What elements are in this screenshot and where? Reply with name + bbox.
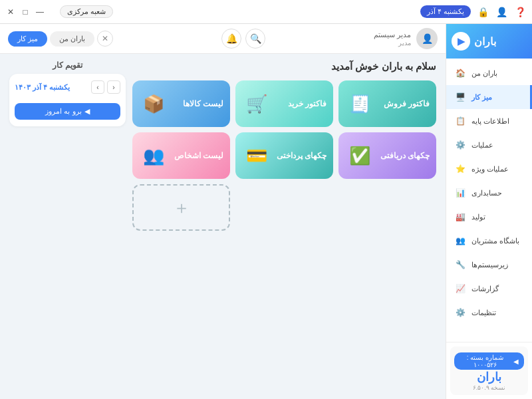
sidebar-label-settings: تنظیمات xyxy=(471,309,496,317)
tab-buttons: ✕ باران من میز کار xyxy=(8,31,113,47)
sidebar-label-desk: میز کار xyxy=(471,93,492,102)
menu-card-icon-persons-list: 👥 xyxy=(139,141,168,170)
search-btn[interactable]: 🔍 xyxy=(245,29,265,49)
sidebar-icon-special-ops: ⭐ xyxy=(453,162,467,176)
user-text: مدیر سیستم مدیر xyxy=(374,31,411,47)
help-icon[interactable]: ❓ xyxy=(513,5,527,19)
tab-desk[interactable]: میز کار xyxy=(8,31,47,47)
sidebar-icon-production: 🏭 xyxy=(453,209,467,224)
sidebar-item-reports[interactable]: گزارشات 📈 xyxy=(446,277,532,301)
menu-card-title-received-checks: چکهای دریافتی xyxy=(380,150,430,162)
sidebar-label-baran-mn: باران من xyxy=(471,69,497,78)
sidebar-icon-operations: ⚙️ xyxy=(453,138,467,152)
top-bar-right: ✕ □ — شعبه مرکزی xyxy=(5,5,113,18)
notification-btn[interactable]: 🔔 xyxy=(221,29,241,49)
menu-card-icon-goods-list: 📦 xyxy=(139,89,168,118)
cal-next-btn[interactable]: › xyxy=(91,80,104,94)
menu-grid-row2: چکهای دریافتی ✅ چکهای پرداختی 💳 لیست اشخ… xyxy=(132,132,436,179)
menu-card-persons-list[interactable]: لیست اشخاص 👥 xyxy=(132,132,230,179)
content-header: 👤 مدیر سیستم مدیر 🔍 🔔 ✕ باران من میز کار xyxy=(0,24,446,54)
window-close-btn[interactable]: ✕ xyxy=(5,7,16,17)
center-panel: سلام به باران خوش آمدید فاکتور فروش 🧾 فا… xyxy=(132,61,436,392)
menu-card-title-purchase-invoice: فاکتور خرید xyxy=(288,98,327,110)
sidebar-item-operations[interactable]: عملیات ⚙️ xyxy=(446,133,532,157)
sidebar-label-subsystems: زیرسیستم‌ها xyxy=(471,261,508,269)
sidebar-item-desk[interactable]: میز کار 🖥️ xyxy=(446,85,532,109)
sidebar-item-settings[interactable]: تنظیمات ⚙️ xyxy=(446,301,532,325)
menu-card-title-persons-list: لیست اشخاص xyxy=(174,150,223,162)
user-info: 👤 مدیر سیستم مدیر xyxy=(374,28,438,49)
window-minimize-btn[interactable]: — xyxy=(35,7,45,17)
tab-baran-mn[interactable]: باران من xyxy=(50,31,94,47)
add-icon: ＋ xyxy=(173,196,190,219)
sidebar-item-production[interactable]: تولید 🏭 xyxy=(446,205,532,229)
close-tab-btn[interactable]: ✕ xyxy=(97,31,113,47)
calendar-box: ‹ › یکشنبه ۴ آذر ۱۴۰۳ ◀ برو به امروز xyxy=(9,74,126,126)
menu-card-title-goods-list: لیست کالاها xyxy=(183,98,223,110)
calendar-title: تقویم کار xyxy=(9,61,126,70)
menu-card-goods-list[interactable]: لیست کالاها 📦 xyxy=(132,80,230,127)
sidebar-items: باران من 🏠 میز کار 🖥️ اطلاعات پایه 📋 عمل… xyxy=(446,59,532,342)
user-circle-icon[interactable]: 👤 xyxy=(495,5,508,19)
sidebar-item-subsystems[interactable]: زیرسیستم‌ها 🔧 xyxy=(446,253,532,277)
version-badge: ◀ شماره بسته : ۱۰۰۰۵۲۶ باران نسخه ۶.۵۰.۹ xyxy=(450,346,528,395)
sidebar-icon-reports: 📈 xyxy=(453,281,467,296)
sidebar-item-base-info[interactable]: اطلاعات پایه 📋 xyxy=(446,109,532,133)
sidebar-icon-baran-mn: 🏠 xyxy=(453,66,467,80)
sidebar-item-accounting[interactable]: حسابداری 📊 xyxy=(446,181,532,205)
menu-card-title-payment-checks: چکهای پرداختی xyxy=(277,150,327,162)
date-badge: یکشنبه ۴ آذر xyxy=(420,5,471,18)
version-logo: باران xyxy=(454,370,524,384)
sidebar-label-operations: عملیات xyxy=(471,141,493,150)
menu-grid-row3: ＋ xyxy=(132,184,436,231)
menu-card-purchase-invoice[interactable]: فاکتور خرید 🛒 xyxy=(235,80,333,127)
menu-card-icon-sales-invoice: 🧾 xyxy=(345,89,374,118)
branch-label: شعبه مرکزی xyxy=(60,5,113,18)
sidebar-icon-accounting: 📊 xyxy=(453,186,467,200)
sidebar-item-club[interactable]: باشگاه مشتریان 👥 xyxy=(446,229,532,253)
version-text: نسخه ۶.۵۰.۹ xyxy=(454,384,524,391)
sidebar-label-club: باشگاه مشتریان xyxy=(471,237,519,245)
calendar-nav: ‹ › xyxy=(91,80,120,94)
avatar: 👤 xyxy=(416,28,438,49)
sidebar: باران ▶ باران من 🏠 میز کار 🖥️ اطلاعات پا… xyxy=(446,24,532,399)
sidebar-logo-text: باران xyxy=(474,35,496,48)
user-name: مدیر سیستم xyxy=(374,31,411,39)
sidebar-icon-subsystems: 🔧 xyxy=(453,257,467,272)
menu-card-payment-checks[interactable]: چکهای پرداختی 💳 xyxy=(235,132,333,179)
window-restore-btn[interactable]: □ xyxy=(20,7,31,17)
content-area: 👤 مدیر سیستم مدیر 🔍 🔔 ✕ باران من میز کار… xyxy=(0,24,446,399)
sidebar-item-baran-mn[interactable]: باران من 🏠 xyxy=(446,61,532,85)
sidebar-label-base-info: اطلاعات پایه xyxy=(471,117,509,126)
header-icons: 🔍 🔔 xyxy=(221,29,265,49)
add-card[interactable]: ＋ xyxy=(132,184,230,231)
menu-card-icon-received-checks: ✅ xyxy=(345,141,374,170)
calendar-panel: تقویم کار ‹ › یکشنبه ۴ آذر ۱۴۰۳ ◀ برو به… xyxy=(9,61,126,392)
lock-icon[interactable]: 🔒 xyxy=(476,5,489,19)
calendar-header: ‹ › یکشنبه ۴ آذر ۱۴۰۳ xyxy=(15,80,120,94)
welcome-title: سلام به باران خوش آمدید xyxy=(132,61,436,72)
menu-card-icon-payment-checks: 💳 xyxy=(242,141,271,170)
sidebar-icon-base-info: 📋 xyxy=(453,114,467,128)
cal-prev-btn[interactable]: ‹ xyxy=(107,80,120,94)
sidebar-label-special-ops: عملیات ویژه xyxy=(471,165,509,174)
sidebar-label-reports: گزارشات xyxy=(471,285,499,293)
sidebar-header: باران ▶ xyxy=(446,24,532,59)
menu-card-sales-invoice[interactable]: فاکتور فروش 🧾 xyxy=(338,80,436,127)
bundle-number: ◀ شماره بسته : ۱۰۰۰۵۲۶ xyxy=(454,352,524,370)
sidebar-logo-icon: ▶ xyxy=(452,32,470,51)
sidebar-label-accounting: حسابداری xyxy=(471,189,502,198)
sidebar-icon-club: 👥 xyxy=(453,233,467,248)
menu-card-received-checks[interactable]: چکهای دریافتی ✅ xyxy=(338,132,436,179)
menu-card-icon-purchase-invoice: 🛒 xyxy=(242,89,271,118)
sidebar-icon-desk: 🖥️ xyxy=(453,90,467,104)
menu-grid-row1: فاکتور فروش 🧾 فاکتور خرید 🛒 لیست کالاها … xyxy=(132,80,436,127)
sidebar-item-special-ops[interactable]: عملیات ویژه ⭐ xyxy=(446,157,532,181)
sidebar-footer: ◀ شماره بسته : ۱۰۰۰۵۲۶ باران نسخه ۶.۵۰.۹ xyxy=(446,342,532,399)
calendar-month: یکشنبه ۴ آذر ۱۴۰۳ xyxy=(15,83,70,92)
sidebar-label-production: تولید xyxy=(471,213,485,221)
user-role: مدیر xyxy=(374,39,411,47)
main-content: سلام به باران خوش آمدید فاکتور فروش 🧾 فا… xyxy=(0,54,446,399)
sidebar-icon-settings: ⚙️ xyxy=(453,305,467,320)
goto-today-button[interactable]: ◀ برو به امروز xyxy=(15,103,120,120)
